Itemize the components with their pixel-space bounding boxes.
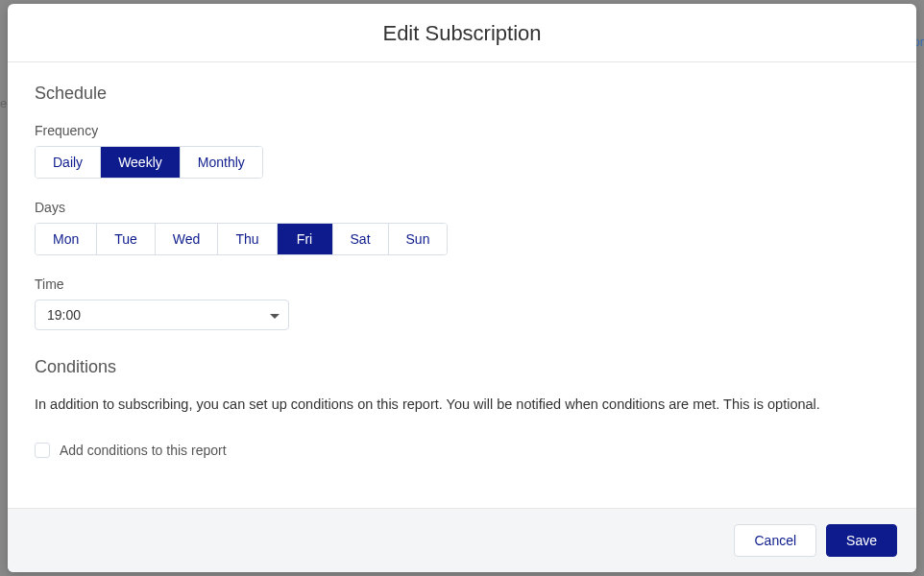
- day-wed-button[interactable]: Wed: [156, 224, 219, 254]
- time-select-value[interactable]: 19:00: [35, 300, 289, 330]
- time-select[interactable]: 19:00: [35, 300, 289, 330]
- add-conditions-checkbox[interactable]: [35, 443, 50, 458]
- day-sat-button[interactable]: Sat: [333, 224, 389, 254]
- frequency-group: Daily Weekly Monthly: [35, 146, 263, 179]
- frequency-label: Frequency: [35, 123, 889, 138]
- modal-body: Schedule Frequency Daily Weekly Monthly …: [8, 62, 916, 508]
- modal-title: Edit Subscription: [8, 21, 916, 46]
- edit-subscription-modal: Edit Subscription Schedule Frequency Dai…: [8, 4, 916, 572]
- add-conditions-label: Add conditions to this report: [60, 443, 227, 458]
- schedule-heading: Schedule: [35, 84, 889, 104]
- day-thu-button[interactable]: Thu: [218, 224, 277, 254]
- day-tue-button[interactable]: Tue: [97, 224, 156, 254]
- day-fri-button[interactable]: Fri: [278, 224, 333, 254]
- cancel-button[interactable]: Cancel: [734, 524, 816, 557]
- background-text-left: e: [0, 96, 7, 110]
- frequency-daily-button[interactable]: Daily: [36, 147, 101, 178]
- day-mon-button[interactable]: Mon: [36, 224, 97, 254]
- frequency-monthly-button[interactable]: Monthly: [181, 147, 262, 178]
- days-label: Days: [35, 200, 889, 215]
- save-button[interactable]: Save: [826, 524, 897, 557]
- day-sun-button[interactable]: Sun: [389, 224, 448, 254]
- time-label: Time: [35, 276, 889, 292]
- conditions-heading: Conditions: [35, 357, 889, 377]
- add-conditions-row: Add conditions to this report: [35, 443, 889, 458]
- modal-header: Edit Subscription: [8, 4, 916, 62]
- days-group: Mon Tue Wed Thu Fri Sat Sun: [35, 223, 448, 255]
- frequency-weekly-button[interactable]: Weekly: [101, 147, 181, 178]
- conditions-description: In addition to subscribing, you can set …: [35, 395, 889, 416]
- modal-footer: Cancel Save: [8, 508, 916, 572]
